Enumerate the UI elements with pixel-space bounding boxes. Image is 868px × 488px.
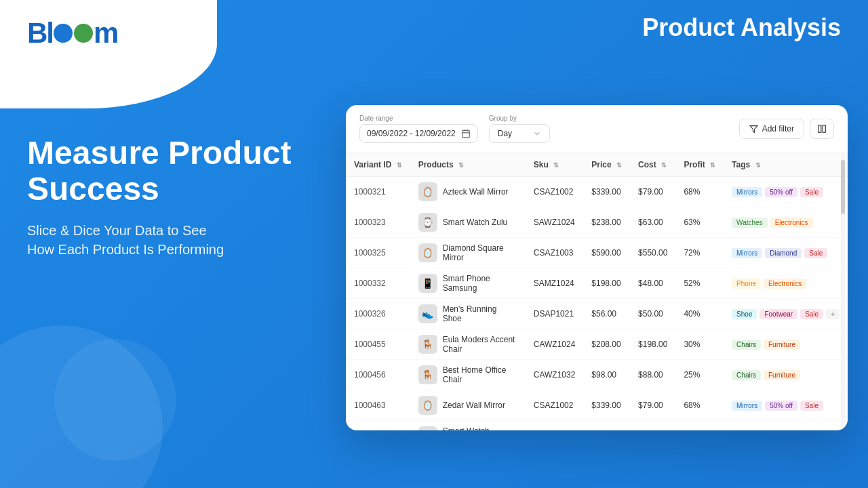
- cell-price: $98.00: [583, 360, 630, 390]
- cell-cost: $63.00: [630, 421, 675, 431]
- date-range-label: Date range: [359, 115, 478, 122]
- cell-sku: CAWZ1024: [526, 329, 584, 360]
- tag-badge: Footwear: [760, 309, 797, 319]
- cell-price: $198.00: [583, 268, 630, 299]
- cell-price: $208.00: [583, 329, 630, 360]
- col-sku: Sku ⇅: [526, 153, 584, 177]
- cell-sku: SAWZ1024: [526, 421, 584, 431]
- toolbar-right: Add filter: [739, 119, 834, 139]
- tag-badge: Mirrors: [732, 248, 762, 258]
- columns-icon: [817, 124, 827, 134]
- group-by-select[interactable]: Day: [489, 124, 550, 143]
- tag-badge: Chairs: [732, 340, 761, 350]
- svg-rect-6: [823, 125, 825, 133]
- sort-icon-products: ⇅: [458, 162, 464, 169]
- table-row: 1000463🪞Zedar Wall MirrorCSAZ1002$339.00…: [346, 390, 848, 421]
- add-filter-button[interactable]: Add filter: [739, 119, 804, 139]
- sort-icon-cost: ⇅: [661, 162, 667, 169]
- product-thumbnail: ⌚: [418, 426, 437, 430]
- date-range-input[interactable]: 09/09/2022 - 12/09/2022: [359, 124, 478, 143]
- logo-circle-blue: [54, 24, 73, 43]
- cell-sku: DSAP1021: [526, 299, 584, 329]
- cell-product: 🪞Azteck Wall Mirror: [410, 177, 526, 207]
- hero-headline: Measure Product Success: [27, 136, 326, 207]
- cell-profit: 40%: [675, 299, 724, 329]
- product-name: Best Home Office Chair: [443, 365, 517, 384]
- add-filter-label: Add filter: [762, 124, 794, 134]
- cell-sku: CSAZ1002: [526, 390, 584, 421]
- product-name: Smart Watch Samsung: [443, 426, 517, 430]
- cell-sku: CSAZ1002: [526, 177, 584, 207]
- cell-sku: SAWZ1024: [526, 207, 584, 238]
- cell-product: 🪞Zedar Wall Mirror: [410, 390, 526, 421]
- hero-subtext-line1: Slice & Dice Your Data to See: [27, 223, 207, 238]
- cell-profit: 63%: [675, 207, 724, 238]
- cell-price: $590.00: [583, 238, 630, 268]
- table-row: 1000325🪞Diamond Square MirrorCSAZ1003$59…: [346, 238, 848, 268]
- product-name: Smart Phone Samsung: [443, 274, 517, 293]
- sort-icon-variant: ⇅: [397, 162, 402, 169]
- cell-sku: SAMZ1024: [526, 268, 584, 299]
- columns-button[interactable]: [810, 119, 834, 139]
- cell-profit: 68%: [675, 177, 724, 207]
- hero-section: Measure Product Success Slice & Dice You…: [27, 136, 326, 259]
- cell-cost: $550.00: [630, 238, 675, 268]
- hero-headline-line2: Success: [27, 171, 159, 207]
- tag-badge: Shoe: [732, 309, 757, 319]
- group-by-group: Group by Day: [489, 115, 550, 143]
- table-row: 1000456🪑Best Home Office ChairCAWZ1032$9…: [346, 360, 848, 390]
- table-body: 1000321🪞Azteck Wall MirrorCSAZ1002$339.0…: [346, 177, 848, 431]
- table-header-row: Variant ID ⇅ Products ⇅ Sku ⇅ Price ⇅ Co…: [346, 153, 848, 177]
- chevron-down-icon: [533, 129, 541, 138]
- product-name: Smart Watch Zulu: [443, 218, 508, 227]
- cell-tags: WatchesElectronics: [724, 421, 848, 431]
- page-title: Product Analysis: [642, 14, 841, 42]
- cell-tags: ChairsFurniture: [724, 360, 848, 390]
- scrollbar-track[interactable]: [841, 153, 845, 430]
- cell-price: $339.00: [583, 177, 630, 207]
- data-panel: Date range 09/09/2022 - 12/09/2022 Group…: [346, 105, 848, 430]
- cell-tags: Mirrors50% offSale: [724, 177, 848, 207]
- cell-tags: ChairsFurniture: [724, 329, 848, 360]
- table-row: 1000482⌚Smart Watch SamsungSAWZ1024$238.…: [346, 421, 848, 431]
- product-name: Eula Moders Accent Chair: [443, 335, 517, 354]
- logo-letter-b: Bl: [27, 19, 53, 47]
- cell-product: 🪞Diamond Square Mirror: [410, 238, 526, 268]
- cell-variant-id: 1000323: [346, 207, 410, 238]
- cell-tags: MirrorsDiamondSale: [724, 238, 848, 268]
- product-thumbnail: ⌚: [418, 213, 437, 232]
- product-name: Men's Running Shoe: [443, 304, 517, 323]
- cell-tags: PhoneElectronics: [724, 268, 848, 299]
- scrollbar-thumb[interactable]: [841, 160, 845, 214]
- cell-tags: ShoeFootwearSale+: [724, 299, 848, 329]
- table-row: 1000332📱Smart Phone SamsungSAMZ1024$198.…: [346, 268, 848, 299]
- cell-tags: WatchesElectronics: [724, 207, 848, 238]
- cell-cost: $198.00: [630, 329, 675, 360]
- cell-cost: $79.00: [630, 177, 675, 207]
- cell-product: ⌚Smart Watch Samsung: [410, 421, 526, 431]
- cell-sku: CSAZ1003: [526, 238, 584, 268]
- sort-icon-sku: ⇅: [553, 162, 559, 169]
- tag-badge: Mirrors: [732, 187, 762, 197]
- product-thumbnail: 🪑: [418, 335, 437, 354]
- cell-cost: $48.00: [630, 268, 675, 299]
- cell-product: 👟Men's Running Shoe: [410, 299, 526, 329]
- svg-rect-0: [462, 130, 470, 138]
- cell-variant-id: 1000482: [346, 421, 410, 431]
- hero-subtext: Slice & Dice Your Data to See How Each P…: [27, 221, 326, 259]
- circle-decoration-2: [54, 339, 176, 461]
- tag-badge: +: [826, 309, 840, 319]
- col-price: Price ⇅: [583, 153, 630, 177]
- toolbar: Date range 09/09/2022 - 12/09/2022 Group…: [346, 105, 848, 153]
- tag-badge: 50% off: [765, 401, 797, 411]
- cell-variant-id: 1000321: [346, 177, 410, 207]
- cell-variant-id: 1000332: [346, 268, 410, 299]
- tag-badge: Electronics: [764, 279, 806, 289]
- cell-sku: CAWZ1032: [526, 360, 584, 390]
- table-row: 1000321🪞Azteck Wall MirrorCSAZ1002$339.0…: [346, 177, 848, 207]
- col-cost: Cost ⇅: [630, 153, 675, 177]
- bloom-logo: Blm: [27, 19, 117, 47]
- date-range-value: 09/09/2022 - 12/09/2022: [367, 129, 456, 138]
- tag-badge: Sale: [800, 187, 823, 197]
- product-thumbnail: 🪞: [418, 243, 437, 262]
